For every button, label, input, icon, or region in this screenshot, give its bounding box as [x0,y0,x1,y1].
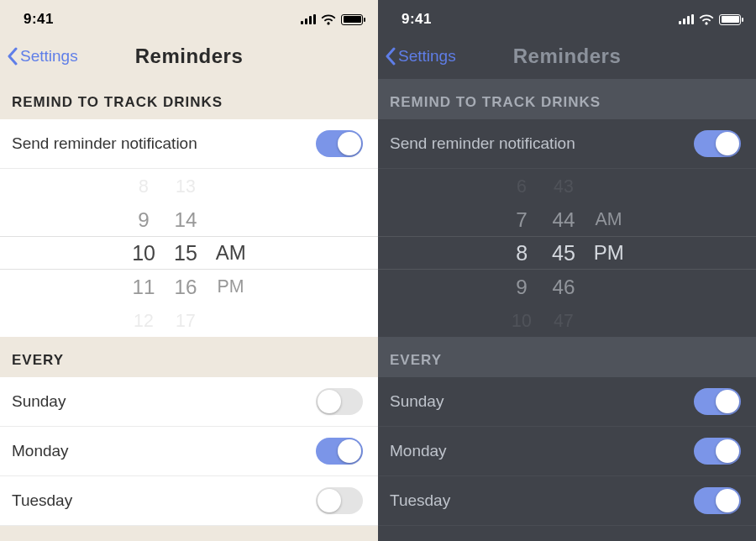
section-header-every: EVERY [0,337,378,377]
status-bar: 9:41 [0,0,378,34]
time-picker[interactable]: 8 9 10 11 12 13 14 15 16 17 AM P [0,169,378,337]
row-tuesday: Tuesday [0,476,378,526]
page-title: Reminders [135,45,244,68]
day-label: Tuesday [12,491,72,510]
back-button[interactable]: Settings [385,47,456,66]
section-header-remind: REMIND TO TRACK DRINKS [0,79,378,119]
picker-minute-wheel[interactable]: 43 44 45 46 47 [552,169,575,337]
wifi-icon [321,14,336,25]
screen-light: 9:41 Settings Reminders REMIND TO TRACK … [0,0,378,541]
nav-bar: Settings Reminders [0,34,378,79]
toggle-tuesday[interactable] [316,487,363,514]
row-label: Send reminder notification [12,134,197,153]
toggle-send-reminder[interactable] [316,130,363,157]
status-time: 9:41 [402,11,432,28]
battery-icon [719,14,741,25]
screen-dark: 9:41 Settings Reminders REMIND TO TRACK … [378,0,756,541]
chevron-left-icon [385,47,396,66]
section-header-remind: REMIND TO TRACK DRINKS [378,79,756,119]
row-label: Send reminder notification [390,134,575,153]
row-sunday: Sunday [0,377,378,427]
status-icons [301,14,363,25]
row-send-reminder: Send reminder notification [0,119,378,169]
picker-minute-wheel[interactable]: 13 14 15 16 17 [174,169,197,337]
battery-icon [341,14,363,25]
status-bar: 9:41 [378,0,756,34]
nav-bar: Settings Reminders [378,34,756,79]
toggle-sunday[interactable] [694,388,741,415]
toggle-monday[interactable] [316,438,363,465]
toggle-tuesday[interactable] [694,487,741,514]
day-label: Sunday [390,392,444,411]
section-header-every: EVERY [378,337,756,377]
wifi-icon [699,14,714,25]
toggle-monday[interactable] [694,438,741,465]
back-label: Settings [398,47,456,66]
chevron-left-icon [7,47,18,66]
day-label: Tuesday [390,491,450,510]
page-title: Reminders [513,45,622,68]
picker-period-wheel[interactable]: AM PM [216,169,246,337]
row-send-reminder: Send reminder notification [378,119,756,169]
picker-period-wheel[interactable]: AM PM [594,169,624,337]
toggle-send-reminder[interactable] [694,130,741,157]
row-tuesday: Tuesday [378,476,756,526]
back-button[interactable]: Settings [7,47,78,66]
row-sunday: Sunday [378,377,756,427]
picker-hour-wheel[interactable]: 8 9 10 11 12 [132,169,155,337]
row-monday: Monday [0,427,378,476]
cell-signal-icon [301,14,316,24]
time-picker[interactable]: 6 7 8 9 10 43 44 45 46 47 AM PM [378,169,756,337]
status-time: 9:41 [24,11,54,28]
row-monday: Monday [378,427,756,476]
back-label: Settings [20,47,78,66]
day-label: Monday [390,442,447,460]
day-label: Sunday [12,392,66,411]
day-label: Monday [12,442,69,460]
picker-hour-wheel[interactable]: 6 7 8 9 10 [510,169,533,337]
cell-signal-icon [679,14,694,24]
status-icons [679,14,741,25]
toggle-sunday[interactable] [316,388,363,415]
